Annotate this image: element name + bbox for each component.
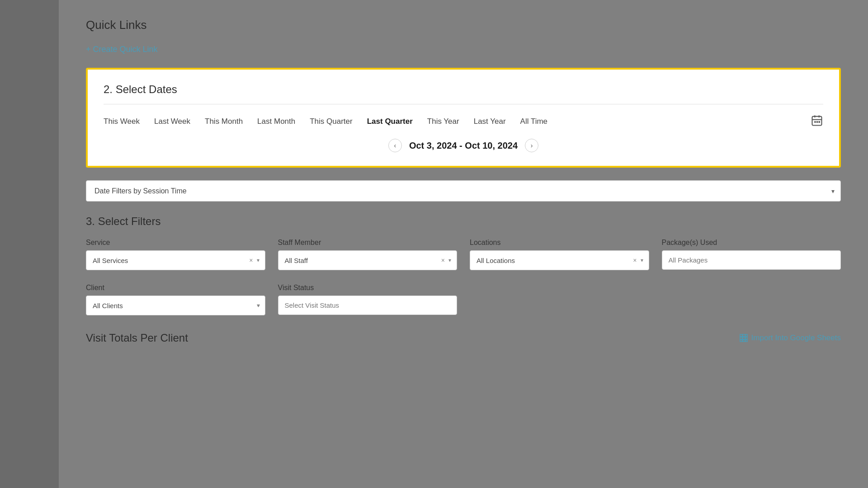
visit-totals-row: Visit Totals Per Client Import Into Goog… (86, 332, 841, 344)
staff-label: Staff Member (278, 239, 458, 247)
client-dropdown-wrapper: All Clients ▾ (86, 296, 265, 315)
filters-grid: Service All Services × ▾ Staff Member Al… (86, 239, 841, 270)
date-range-row: ‹ Oct 3, 2024 - Oct 10, 2024 › (104, 139, 823, 152)
import-label: Import Into Google Sheets (751, 333, 841, 343)
packages-filter-group: Package(s) Used (662, 239, 841, 270)
svg-rect-6 (816, 121, 818, 123)
service-chevron-icon[interactable]: ▾ (255, 257, 261, 263)
svg-rect-11 (740, 337, 742, 339)
visit-status-input[interactable] (278, 296, 458, 315)
visit-status-filter-group: Visit Status (278, 284, 458, 315)
client-value: All Clients (93, 302, 255, 310)
svg-rect-9 (743, 334, 745, 337)
locations-filter-group: Locations All Locations × ▾ (470, 239, 649, 270)
filter-this-quarter[interactable]: This Quarter (310, 115, 352, 128)
main-content: Quick Links + Create Quick Link 2. Selec… (59, 0, 868, 488)
import-google-sheets-link[interactable]: Import Into Google Sheets (740, 333, 841, 343)
filter-this-year[interactable]: This Year (427, 115, 459, 128)
second-filters-row: Client All Clients ▾ Visit Status (86, 284, 841, 315)
service-filter-group: Service All Services × ▾ (86, 239, 265, 270)
empty-filter-col-2 (662, 284, 841, 315)
next-date-btn[interactable]: › (525, 139, 538, 152)
staff-select-wrapper[interactable]: All Staff × ▾ (278, 250, 458, 270)
calendar-icon-wrapper[interactable] (811, 114, 823, 129)
prev-date-btn[interactable]: ‹ (388, 139, 402, 152)
svg-rect-7 (819, 121, 821, 123)
client-select-wrapper[interactable]: All Clients ▾ (86, 296, 265, 315)
locations-select-wrapper[interactable]: All Locations × ▾ (470, 250, 649, 270)
packages-input[interactable] (662, 250, 841, 270)
client-filter-group: Client All Clients ▾ (86, 284, 265, 315)
client-chevron-icon[interactable]: ▾ (255, 302, 261, 309)
client-label: Client (86, 284, 265, 292)
filter-all-time[interactable]: All Time (520, 115, 547, 128)
grid-icon (740, 334, 748, 342)
staff-clear-btn[interactable]: × (439, 257, 447, 264)
filter-this-month[interactable]: This Month (205, 115, 243, 128)
visit-status-label: Visit Status (278, 284, 458, 292)
empty-filter-col-1 (470, 284, 649, 315)
svg-rect-8 (740, 334, 742, 337)
select-dates-title: 2. Select Dates (104, 83, 823, 104)
service-clear-btn[interactable]: × (247, 257, 255, 264)
svg-rect-12 (743, 337, 745, 339)
filter-last-quarter[interactable]: Last Quarter (367, 115, 413, 128)
svg-rect-1 (812, 117, 822, 126)
session-time-dropdown[interactable]: Date Filters by Session Time (86, 180, 841, 202)
create-quick-link[interactable]: + Create Quick Link (86, 45, 158, 54)
locations-value: All Locations (476, 257, 631, 264)
filter-last-year[interactable]: Last Year (474, 115, 506, 128)
svg-rect-5 (814, 121, 816, 123)
session-time-filter-wrapper: Date Filters by Session Time (86, 180, 841, 202)
service-value: All Services (93, 257, 247, 264)
staff-chevron-icon[interactable]: ▾ (447, 257, 453, 263)
left-sidebar (0, 0, 59, 488)
visit-totals-title: Visit Totals Per Client (86, 332, 188, 344)
date-filters-row: This Week Last Week This Month Last Mont… (104, 114, 823, 129)
select-filters-title: 3. Select Filters (86, 215, 841, 228)
locations-chevron-icon[interactable]: ▾ (639, 257, 645, 263)
staff-value: All Staff (285, 257, 439, 264)
quick-links-title: Quick Links (86, 18, 841, 32)
filter-last-month[interactable]: Last Month (257, 115, 295, 128)
locations-clear-btn[interactable]: × (631, 257, 638, 264)
calendar-icon (811, 114, 823, 127)
select-dates-card: 2. Select Dates This Week Last Week This… (86, 68, 841, 168)
filter-this-week[interactable]: This Week (104, 115, 140, 128)
staff-filter-group: Staff Member All Staff × ▾ (278, 239, 458, 270)
date-range-text: Oct 3, 2024 - Oct 10, 2024 (409, 141, 518, 151)
svg-rect-14 (740, 340, 742, 342)
svg-rect-16 (745, 340, 747, 342)
svg-rect-13 (745, 337, 747, 339)
service-select-wrapper[interactable]: All Services × ▾ (86, 250, 265, 270)
svg-rect-10 (745, 334, 747, 337)
locations-label: Locations (470, 239, 649, 247)
service-label: Service (86, 239, 265, 247)
packages-label: Package(s) Used (662, 239, 841, 247)
filter-last-week[interactable]: Last Week (154, 115, 190, 128)
svg-rect-15 (743, 340, 745, 342)
